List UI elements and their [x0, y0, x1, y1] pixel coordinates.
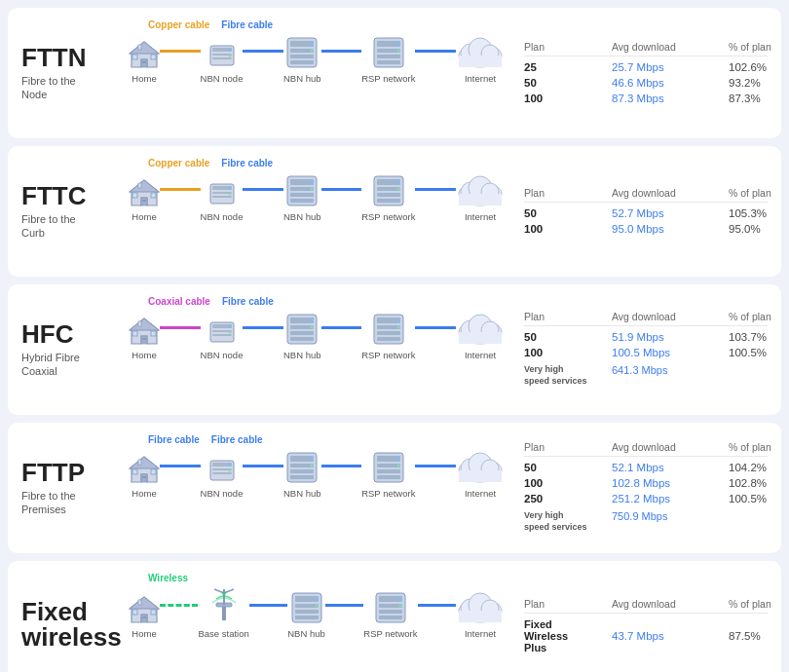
svg-rect-3: [151, 55, 156, 59]
main-container: FTTNFibre to theNodeCopper cableFibre ca…: [0, 0, 789, 672]
fttn-stats-row-1: 5046.6 Mbps93.2%: [524, 75, 768, 91]
fttp-pct-2: 100.5%: [729, 493, 789, 504]
fttn-diagram: Copper cableFibre cable Home NBN node NB…: [119, 19, 514, 127]
hfc-subtitle: Hybrid FibreCoaxial: [21, 351, 119, 379]
svg-rect-15: [290, 49, 314, 53]
hfc-connector-2: [321, 326, 362, 329]
fttn-connector-0: [160, 50, 201, 53]
fttp-diagram: Fibre cableFibre cable Home NBN node NBN…: [119, 434, 514, 541]
fttc-icon-2: [285, 174, 319, 207]
fttp-icon-4: [456, 447, 505, 484]
svg-rect-24: [377, 60, 400, 64]
fttp-speed-0: 52.1 Mbps: [612, 462, 729, 473]
fttc-stats-header: PlanAvg download% of plan: [524, 187, 768, 203]
fttp-vhs-label: Very highspeed services: [524, 510, 612, 533]
hfc-stats-header-2: % of plan: [729, 311, 789, 322]
svg-rect-87: [377, 331, 400, 335]
svg-rect-70: [138, 321, 141, 326]
fixed-wireless-node-4: Internet: [456, 587, 505, 639]
fttp-stats-row-2: 250251.2 Mbps100.5%: [524, 491, 768, 506]
svg-point-26: [396, 50, 399, 53]
fixed-wireless-node-0: Home: [129, 595, 160, 639]
fixed-wireless-stats-header: PlanAvg download% of plan: [524, 598, 768, 614]
fttn-icon-2: [285, 36, 319, 69]
fttc-node-label-0: Home: [132, 211, 156, 222]
svg-rect-67: [151, 331, 156, 336]
fttn-speed-0: 25.7 Mbps: [612, 61, 729, 73]
svg-point-108: [228, 469, 231, 472]
svg-rect-135: [222, 605, 226, 620]
svg-rect-98: [132, 469, 137, 474]
svg-rect-106: [212, 472, 232, 474]
fttn-pct-2: 87.3%: [729, 93, 789, 104]
svg-point-44: [228, 193, 231, 196]
hfc-vhs-row: Very highspeed services641.3 Mbps: [524, 362, 768, 389]
svg-rect-99: [151, 469, 156, 474]
fttn-connector-1: [243, 50, 283, 53]
hfc-network-row: Home NBN node NBN hub RSP network Intern…: [119, 309, 514, 360]
svg-rect-151: [379, 610, 402, 614]
fttn-icon-1: [208, 42, 236, 69]
svg-rect-2: [132, 55, 137, 59]
svg-rect-42: [212, 196, 232, 198]
hfc-stats-row-0: 5051.9 Mbps103.7%: [524, 329, 768, 345]
fttn-speed-2: 87.3 Mbps: [612, 93, 729, 104]
svg-point-76: [228, 331, 231, 334]
hfc-node-0: Home: [129, 317, 160, 360]
fixed-wireless-info: Fixedwireless: [21, 599, 119, 653]
fttc-network-row: Home NBN node NBN hub RSP network Intern…: [119, 170, 514, 222]
svg-rect-118: [377, 464, 400, 467]
fttn-node-1: NBN node: [201, 42, 244, 84]
fixed-wireless-title: Fixedwireless: [21, 599, 119, 650]
svg-marker-132: [130, 597, 159, 609]
fttn-stats-header: PlanAvg download% of plan: [524, 41, 768, 56]
svg-point-140: [222, 591, 226, 595]
fttn-node-label-2: NBN hub: [283, 73, 321, 84]
fttn-stats-header-2: % of plan: [729, 41, 789, 53]
svg-point-11: [228, 48, 232, 52]
fttp-icon-1: [208, 457, 236, 484]
hfc-node-1: NBN node: [201, 318, 244, 360]
fixed-wireless-diagram: Wireless Home Base station NBN hub RSP n…: [119, 573, 514, 672]
fttc-cable1-label: Copper cable: [148, 158, 209, 168]
hfc-node-label-1: NBN node: [201, 350, 244, 360]
svg-rect-38: [138, 183, 141, 188]
svg-rect-6: [138, 45, 141, 50]
fixed-wireless-stats-header-1: Avg download: [612, 598, 729, 610]
hfc-stats-header-1: Avg download: [612, 311, 729, 322]
hfc-node-label-3: RSP network: [361, 350, 415, 360]
svg-rect-134: [138, 600, 141, 605]
hfc-vhs-speed: 641.3 Mbps: [612, 364, 729, 387]
fixed-wireless-node-2: NBN hub: [287, 591, 325, 639]
fixed-wireless-icon-1: [208, 585, 240, 624]
fttp-node-label-1: NBN node: [201, 488, 244, 499]
svg-point-121: [396, 457, 400, 461]
fttn-speed-1: 46.6 Mbps: [612, 77, 729, 89]
svg-rect-120: [377, 475, 400, 479]
hfc-info: HFCHybrid FibreCoaxial: [21, 321, 119, 379]
hfc-node-label-0: Home: [132, 350, 156, 360]
fttp-vhs-row: Very highspeed services750.9 Mbps: [524, 508, 768, 535]
card-hfc: HFCHybrid FibreCoaxialCoaxial cableFibre…: [8, 284, 781, 415]
hfc-speed-0: 51.9 Mbps: [612, 331, 729, 343]
hfc-stats-row-1: 100100.5 Mbps100.5%: [524, 345, 768, 360]
svg-rect-80: [290, 331, 314, 335]
fixed-wireless-icon-3: [374, 591, 407, 624]
fttc-connector-3: [415, 188, 456, 191]
svg-rect-55: [377, 193, 400, 197]
fttp-connector-1: [243, 465, 283, 467]
fttp-cable1-label: Fibre cable: [148, 434, 200, 445]
fttc-speed-1: 95.0 Mbps: [612, 223, 729, 235]
fttp-stats-row-0: 5052.1 Mbps104.2%: [524, 460, 768, 475]
svg-rect-47: [290, 187, 314, 191]
hfc-node-4: Internet: [456, 309, 505, 360]
card-fttp: FTTPFibre to thePremisesFibre cableFibre…: [8, 423, 781, 553]
svg-point-147: [315, 605, 318, 608]
svg-marker-100: [130, 457, 159, 468]
svg-point-25: [396, 42, 400, 46]
fttn-plan-2: 100: [524, 93, 612, 104]
svg-rect-127: [459, 470, 502, 482]
svg-rect-22: [377, 49, 400, 53]
fttp-plan-2: 250: [524, 493, 612, 504]
hfc-cable2-label: Fibre cable: [222, 296, 274, 307]
